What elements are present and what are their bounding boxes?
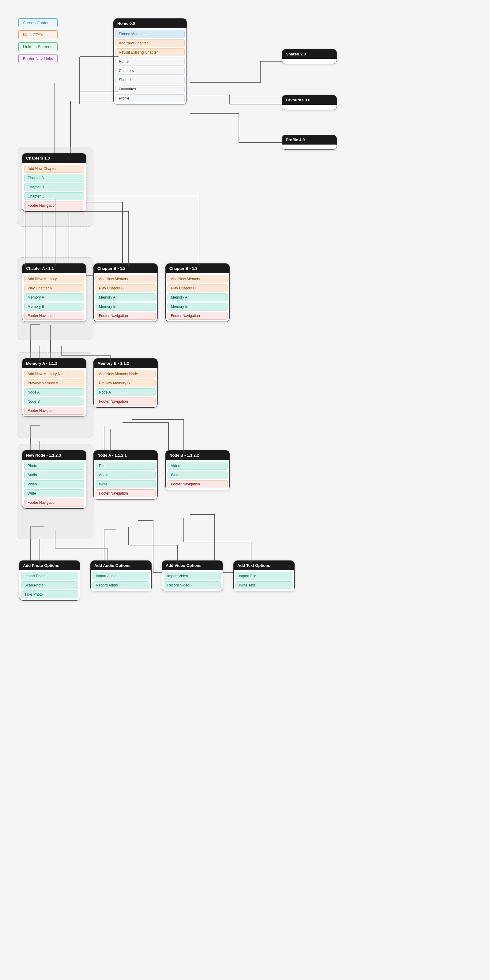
canvas: Screen Content Main CTA's Links to Scree… (0, 0, 490, 980)
chapterB13-item-3[interactable]: Memory B (167, 302, 228, 310)
newNode1123-item-0[interactable]: Photo (24, 462, 84, 470)
chapters-item-1[interactable]: Chapter A (24, 174, 84, 182)
chapterB12-title: Chapter B - 1.2 (94, 264, 158, 273)
chapterB13-item-4[interactable]: Footer Navigation (167, 312, 228, 320)
home-title: Home 0.0 (114, 19, 186, 28)
memoryA111-title: Memory A - 1.1.1 (22, 359, 86, 368)
home-item-2[interactable]: Revisit Existing Chapter (115, 48, 185, 56)
memoryA111-item-2[interactable]: Node A (24, 388, 84, 396)
chapterA-item-2[interactable]: Memory A (24, 293, 84, 301)
chapterA-item-3[interactable]: Memory B (24, 302, 84, 310)
home-screen: Home 0.0 Pinned Memories Add New Chapter… (113, 18, 187, 105)
nodeB1122-title: Node B - 1.1.2.2 (166, 450, 229, 460)
addAudio-item-1[interactable]: Record Audio (92, 581, 150, 589)
addPhoto-item-1[interactable]: Scan Photo (21, 581, 78, 589)
addPhoto-item-2[interactable]: Take Photo (21, 590, 78, 598)
chapterA-item-0[interactable]: Add New Memory (24, 275, 84, 283)
chapterB12-item-0[interactable]: Add New Memory (95, 275, 156, 283)
nodeA1121-item-1[interactable]: Audio (95, 471, 156, 479)
addVideo-title: Add Video Options (162, 561, 223, 570)
nodeB1122-item-2[interactable]: Footer Navigation (167, 480, 228, 488)
memoryB112-item-2[interactable]: Node A (95, 388, 156, 396)
chapterB13-item-2[interactable]: Memory A (167, 293, 228, 301)
addVideo-item-0[interactable]: Import Video (164, 572, 221, 580)
chapterA-title: Chapter A - 1.1 (22, 264, 86, 273)
memoryB112-body: Add New Memory Node Preview Memory B Nod… (94, 368, 158, 407)
newNode1123-item-3[interactable]: Write (24, 489, 84, 497)
chapterB13-item-0[interactable]: Add New Memory (167, 275, 228, 283)
newNode1123-title: New Node - 1.1.2.3 (22, 450, 86, 460)
chapterA-item-1[interactable]: Play Chapter A (24, 284, 84, 292)
memoryA111-item-1[interactable]: Preview Memory A (24, 379, 84, 387)
home-item-7[interactable]: Profile (115, 94, 185, 102)
chapterB12-item-2[interactable]: Memory A (95, 293, 156, 301)
home-item-1[interactable]: Add New Chapter (115, 39, 185, 47)
chapterB13-title: Chapter B - 1.3 (166, 264, 229, 273)
memoryB112-item-1[interactable]: Preview Memory B (95, 379, 156, 387)
chapterB13-item-1[interactable]: Play Chapter C (167, 284, 228, 292)
profile-title: Profile 4.0 (282, 135, 337, 145)
addAudio-body: Import Audio Record Audio (91, 570, 151, 591)
legend-cta[interactable]: Main CTA's (18, 30, 57, 39)
nodeA1121-item-2[interactable]: Write (95, 480, 156, 488)
chapterB12-item-1[interactable]: Play Chapter B (95, 284, 156, 292)
nodeA1121-body: Photo Audio Write Footer Navigation (94, 460, 158, 499)
chapterB13-screen: Chapter B - 1.3 Add New Memory Play Chap… (165, 263, 230, 322)
newNode1123-item-4[interactable]: Footer Navigation (24, 499, 84, 506)
addPhoto-body: Import Photo Scan Photo Take Photo (19, 570, 80, 600)
nodeB1122-item-0[interactable]: Video (167, 462, 228, 470)
nodeA1121-title: Node A - 1.1.2.1 (94, 450, 158, 460)
home-item-0[interactable]: Pinned Memories (115, 30, 185, 38)
chapterB12-body: Add New Memory Play Chapter B Memory A M… (94, 273, 158, 321)
chapters-item-3[interactable]: Chapter C (24, 192, 84, 200)
profile-screen: Profile 4.0 (282, 135, 337, 150)
nodeB1122-body: Video Write Footer Navigation (166, 460, 229, 490)
addText-screen: Add Text Options Import File Write Text (233, 560, 294, 591)
profile-body (282, 145, 337, 150)
addText-body: Import File Write Text (234, 570, 294, 591)
legend-screen[interactable]: Screen Content (18, 18, 57, 27)
chapters-item-4[interactable]: Footer Navigation (24, 202, 84, 210)
favourite-body (282, 105, 337, 110)
addPhoto-screen: Add Photo Options Import Photo Scan Phot… (19, 560, 80, 601)
newNode1123-item-2[interactable]: Video (24, 480, 84, 488)
nodeA1121-screen: Node A - 1.1.2.1 Photo Audio Write Foote… (94, 450, 158, 500)
favourite-screen: Favourite 3.0 (282, 95, 337, 110)
memoryA111-item-4[interactable]: Footer Navigation (24, 407, 84, 415)
nodeB1122-screen: Node B - 1.1.2.2 Video Write Footer Navi… (165, 450, 230, 490)
legend-links[interactable]: Links to Screens (18, 42, 57, 51)
home-item-3[interactable]: Home (115, 57, 185, 65)
addText-item-1[interactable]: Write Text (235, 581, 293, 589)
memoryB112-item-0[interactable]: Add New Memory Node (95, 370, 156, 378)
home-item-4[interactable]: Chapters (115, 67, 185, 75)
chapterB12-item-3[interactable]: Memory B (95, 302, 156, 310)
home-item-5[interactable]: Shared (115, 76, 185, 84)
chapterB12-item-4[interactable]: Footer Navigation (95, 312, 156, 320)
nodeA1121-item-0[interactable]: Photo (95, 462, 156, 470)
memoryA111-item-3[interactable]: Node B (24, 398, 84, 406)
memoryB112-screen: Memory B - 1.1.2 Add New Memory Node Pre… (94, 358, 158, 407)
memoryB112-item-3[interactable]: Footer Navigation (95, 398, 156, 406)
memoryA111-item-0[interactable]: Add New Memory Node (24, 370, 84, 378)
addAudio-title: Add Audio Options (91, 561, 151, 570)
chapters-item-2[interactable]: Chapter B (24, 183, 84, 191)
home-item-6[interactable]: Favourites (115, 85, 185, 93)
addPhoto-item-0[interactable]: Import Photo (21, 572, 78, 580)
addText-item-0[interactable]: Import File (235, 572, 293, 580)
chapters-body: Add New Chapter Chapter A Chapter B Chap… (22, 163, 86, 211)
nodeB1122-item-1[interactable]: Write (167, 471, 228, 479)
addVideo-screen: Add Video Options Import Video Record Vi… (162, 560, 223, 591)
addAudio-item-0[interactable]: Import Audio (92, 572, 150, 580)
chapterA-item-4[interactable]: Footer Navigation (24, 312, 84, 320)
newNode1123-body: Photo Audio Video Write Footer Navigatio… (22, 460, 86, 508)
memoryA111-screen: Memory A - 1.1.1 Add New Memory Node Pre… (22, 358, 86, 417)
nodeA1121-item-3[interactable]: Footer Navigation (95, 489, 156, 497)
legend-footer[interactable]: Footer Nav Links (18, 54, 57, 63)
chapters-screen: Chapters 1.0 Add New Chapter Chapter A C… (22, 153, 86, 212)
chapters-item-0[interactable]: Add New Chapter (24, 165, 84, 173)
addText-title: Add Text Options (234, 561, 294, 570)
newNode1123-item-1[interactable]: Audio (24, 471, 84, 479)
legend: Screen Content Main CTA's Links to Scree… (18, 18, 57, 63)
chapterB12-screen: Chapter B - 1.2 Add New Memory Play Chap… (94, 263, 158, 322)
addVideo-item-1[interactable]: Record Video (164, 581, 221, 589)
